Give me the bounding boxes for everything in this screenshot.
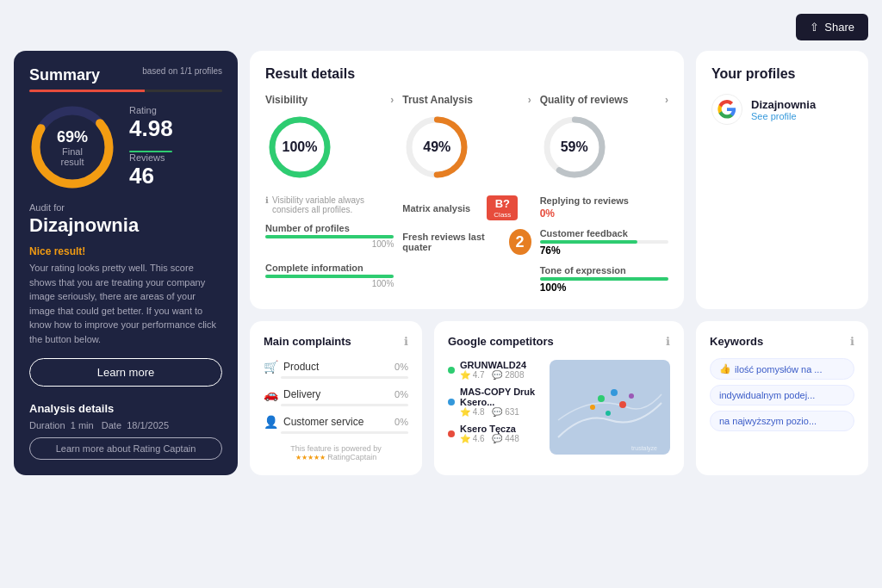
info-icon: ℹ bbox=[265, 195, 269, 205]
comp-dot-2 bbox=[448, 430, 455, 437]
matrix-section: Matrix analysis B? Class Fresh reviews l… bbox=[402, 195, 531, 294]
customer-service-pct: 0% bbox=[394, 417, 408, 427]
customer-feedback-label: Customer feedback bbox=[540, 228, 668, 238]
svg-rect-8 bbox=[550, 360, 670, 455]
profiles-card: Your profiles Dizajnownia See profile bbox=[696, 51, 868, 309]
learn-captain-button[interactable]: Learn more about Rating Captain bbox=[29, 437, 222, 460]
reviews-label: Reviews bbox=[129, 152, 173, 163]
trust-chevron[interactable]: › bbox=[528, 94, 531, 106]
visibility-chart: 100% bbox=[265, 113, 334, 182]
product-bar bbox=[281, 376, 408, 379]
share-button[interactable]: ⇧ Share bbox=[796, 14, 868, 40]
competitors-info-icon: ℹ bbox=[666, 335, 670, 348]
analysis-details: Analysis details Duration 1 min Date 18/… bbox=[29, 402, 222, 460]
visibility-chevron[interactable]: › bbox=[390, 94, 394, 106]
result-details-card: Result details Visibility › 100% bbox=[250, 51, 684, 309]
comp-rating-0: ⭐ 4.7 bbox=[460, 370, 485, 380]
comp-name-1: MAS-COPY Druk Ksero... bbox=[460, 387, 541, 407]
duration-value: 1 min bbox=[71, 420, 94, 430]
comp-reviews-0: 💬 2808 bbox=[492, 370, 524, 380]
competitors-content: GRUNWALD24 ⭐ 4.7 💬 2808 MAS-COPY Druk Ks… bbox=[448, 360, 670, 455]
see-profile-link[interactable]: See profile bbox=[751, 111, 816, 121]
product-label: Product bbox=[283, 361, 389, 373]
complete-info-value: 100% bbox=[265, 279, 394, 288]
final-label: Final result bbox=[51, 146, 94, 167]
keywords-title: Keywords bbox=[710, 335, 763, 348]
comp-info-2: Ksero Tęcza ⭐ 4.6 💬 448 bbox=[460, 424, 519, 443]
svg-point-14 bbox=[606, 411, 611, 416]
quality-chart: 59% bbox=[540, 113, 609, 182]
comp-meta-1: ⭐ 4.8 💬 631 bbox=[460, 407, 541, 417]
detail-left: ℹ Visibility variable always considers a… bbox=[265, 195, 394, 294]
comp-dot-1 bbox=[448, 399, 455, 405]
bottom-row: Main complaints ℹ 🛒 Product 0% 🚗 Deliver… bbox=[250, 321, 684, 475]
keywords-card: Keywords ℹ 👍 ilość pomysłów na ... indyw… bbox=[696, 321, 868, 475]
customer-feedback-value: 76% bbox=[540, 244, 668, 257]
share-label: Share bbox=[824, 21, 854, 34]
num-profiles-row: Number of profiles 100% bbox=[265, 223, 394, 249]
rating-label: Rating bbox=[129, 105, 173, 115]
delivery-bar bbox=[281, 404, 408, 406]
competitors-card: Google competitors ℹ GRUNWALD24 ⭐ 4.7 💬 … bbox=[434, 321, 684, 475]
svg-text:trustalyze: trustalyze bbox=[631, 445, 657, 452]
metrics-row: Visibility › 100% Trust Analysis › bbox=[265, 94, 668, 182]
complaint-customer-service: 👤 Customer service 0% bbox=[264, 415, 408, 434]
delivery-pct: 0% bbox=[394, 389, 408, 399]
comp-info-1: MAS-COPY Druk Ksero... ⭐ 4.8 💬 631 bbox=[460, 387, 541, 417]
keyword-0: 👍 ilość pomysłów na ... bbox=[710, 358, 854, 380]
trust-percent: 49% bbox=[423, 139, 450, 155]
donut-chart: 69% Final result bbox=[29, 104, 115, 190]
analysis-details-title: Analysis details bbox=[29, 402, 222, 415]
donut-text: 69% Final result bbox=[51, 128, 94, 167]
competitor-1: MAS-COPY Druk Ksero... ⭐ 4.8 💬 631 bbox=[448, 387, 541, 417]
trust-metric: Trust Analysis › 49% bbox=[402, 94, 531, 182]
final-percent: 69% bbox=[51, 128, 94, 146]
fresh-reviews-row: Fresh reviews last quater 2 bbox=[402, 229, 531, 255]
analysis-meta: Duration 1 min Date 18/1/2025 bbox=[29, 420, 222, 430]
quality-chevron[interactable]: › bbox=[665, 94, 668, 106]
learn-more-button[interactable]: Learn more bbox=[29, 358, 222, 387]
date-label: Date bbox=[102, 420, 121, 430]
summary-title: Summary bbox=[29, 66, 100, 84]
rating-value: 4.98 bbox=[129, 115, 173, 142]
visibility-note: ℹ Visibility variable always considers a… bbox=[265, 195, 394, 214]
customer-service-icon: 👤 bbox=[264, 415, 278, 429]
replying-label: Replying to reviews bbox=[540, 195, 668, 206]
tone-item: Tone of expression 100% bbox=[540, 265, 668, 294]
summary-card: Summary based on 1/1 profiles 69% Final … bbox=[14, 51, 238, 475]
quality-percent: 59% bbox=[561, 139, 588, 155]
comp-rating-2: ⭐ 4.6 bbox=[460, 434, 485, 443]
details-bottom: ℹ Visibility variable always considers a… bbox=[265, 195, 668, 294]
fresh-label: Fresh reviews last quater bbox=[402, 232, 501, 252]
keywords-header: Keywords ℹ bbox=[710, 335, 854, 348]
complaints-header: Main complaints ℹ bbox=[264, 335, 408, 348]
svg-point-9 bbox=[598, 395, 605, 402]
matrix-badge: B? Class bbox=[487, 195, 518, 220]
comp-name-2: Ksero Tęcza bbox=[460, 424, 519, 434]
complaints-info-icon: ℹ bbox=[404, 335, 408, 348]
comp-meta-0: ⭐ 4.7 💬 2808 bbox=[460, 370, 526, 380]
keyword-2: na najwyższym pozio... bbox=[710, 411, 854, 431]
complaint-delivery: 🚗 Delivery 0% bbox=[264, 387, 408, 406]
trust-label: Trust Analysis › bbox=[402, 94, 531, 106]
num-profiles-label: Number of profiles bbox=[265, 223, 394, 233]
nice-result: Nice result! bbox=[29, 245, 222, 257]
result-details-title: Result details bbox=[265, 66, 668, 82]
keyword-icon-0: 👍 bbox=[719, 363, 731, 374]
comp-rating-1: ⭐ 4.8 bbox=[460, 407, 485, 417]
dashboard: Summary based on 1/1 profiles 69% Final … bbox=[14, 51, 868, 475]
complaints-title: Main complaints bbox=[264, 335, 351, 348]
svg-point-13 bbox=[629, 393, 634, 399]
replying-item: Replying to reviews 0% bbox=[540, 195, 668, 220]
complete-info-label: Complete information bbox=[265, 263, 394, 273]
comp-reviews-2: 💬 448 bbox=[492, 434, 519, 443]
based-on-text: based on 1/1 profiles bbox=[142, 66, 222, 76]
keyword-1: indywidualnym podej... bbox=[710, 385, 854, 405]
date-value: 18/1/2025 bbox=[127, 420, 169, 430]
competitors-title: Google competitors bbox=[448, 335, 554, 348]
tone-label: Tone of expression bbox=[540, 265, 668, 275]
trust-chart: 49% bbox=[402, 113, 471, 182]
comp-reviews-1: 💬 631 bbox=[492, 407, 519, 417]
google-icon bbox=[711, 94, 742, 125]
replying-value: 0% bbox=[540, 207, 668, 220]
